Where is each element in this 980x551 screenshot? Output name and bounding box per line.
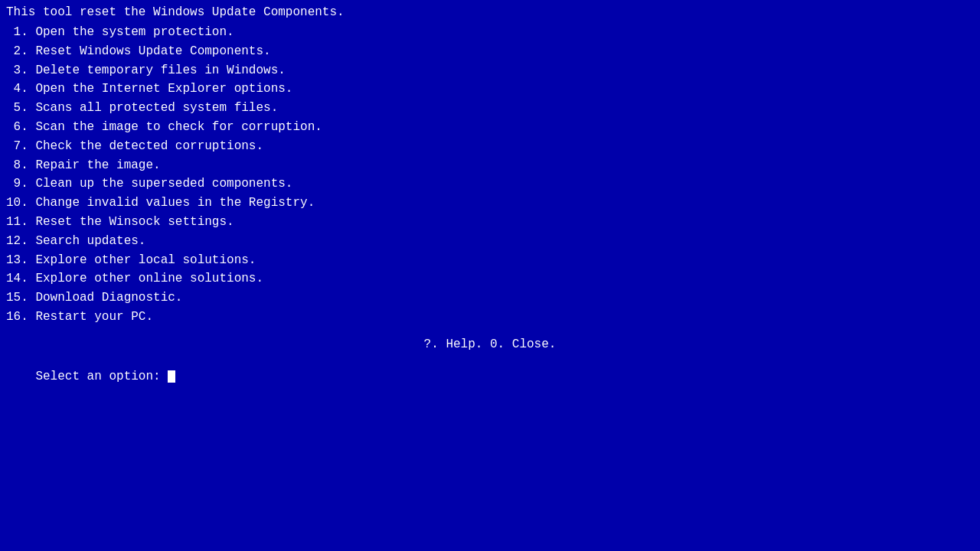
menu-item: 7. Check the detected corruptions. — [6, 137, 974, 156]
menu-item: 4. Open the Internet Explorer options. — [6, 80, 974, 99]
menu-item: 6. Scan the image to check for corruptio… — [6, 118, 974, 137]
menu-item: 2. Reset Windows Update Components. — [6, 42, 974, 61]
prompt-line: Select an option: — [6, 356, 974, 397]
menu-item: 9. Clean up the superseded components. — [6, 174, 974, 194]
prompt-text: Select an option: — [35, 370, 168, 383]
menu-item: 13. Explore other local solutions. — [6, 251, 974, 270]
menu-list: 1. Open the system protection. 2. Reset … — [6, 23, 974, 327]
menu-item: 8. Repair the image. — [6, 156, 974, 175]
terminal-window: This tool reset the Windows Update Compo… — [0, 0, 980, 551]
menu-item: 3. Delete temporary files in Windows. — [6, 61, 974, 80]
menu-item: 16. Restart your PC. — [6, 308, 974, 327]
menu-item: 15. Download Diagnostic. — [6, 289, 974, 308]
menu-item: 5. Scans all protected system files. — [6, 99, 974, 118]
menu-item: 12. Search updates. — [6, 232, 974, 251]
menu-item: 11. Reset the Winsock settings. — [6, 213, 974, 232]
intro-line: This tool reset the Windows Update Compo… — [6, 3, 974, 21]
menu-item: 14. Explore other online solutions. — [6, 269, 974, 289]
menu-item: 1. Open the system protection. — [6, 23, 974, 42]
menu-item: 10. Change invalid values in the Registr… — [6, 194, 974, 213]
cursor — [168, 370, 175, 383]
footer-line: ?. Help. 0. Close. — [6, 337, 974, 351]
